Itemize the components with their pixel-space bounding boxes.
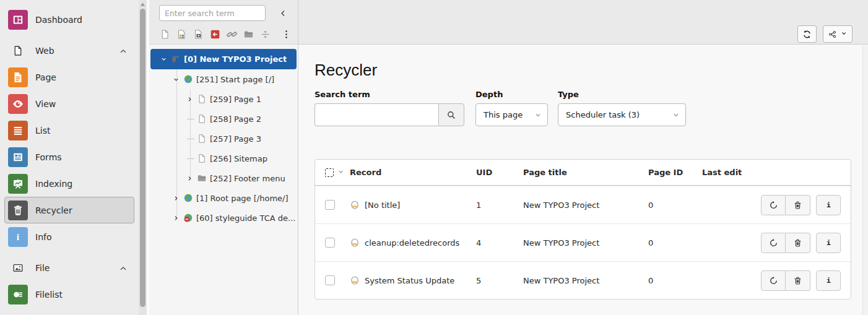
share-button[interactable]	[823, 25, 853, 43]
new-page-button[interactable]	[159, 28, 170, 40]
info-letter-icon: i	[824, 238, 833, 248]
page-doc-icon	[196, 133, 207, 144]
tree-node[interactable]: [60] styleguide TCA de...	[149, 208, 298, 228]
new-page-backend-user-section-icon	[176, 29, 187, 40]
row-checkbox[interactable]	[325, 238, 335, 248]
sidebar-item-web[interactable]: Web	[0, 37, 139, 64]
info-button[interactable]: i	[816, 233, 841, 253]
module-body: Recycler Search term Depth This page	[298, 45, 862, 315]
delete-button[interactable]	[786, 195, 810, 215]
delete-button[interactable]	[786, 270, 810, 291]
delete-icon	[793, 238, 802, 248]
sidebar-item-info[interactable]: iInfo	[0, 223, 139, 250]
restore-button[interactable]	[761, 233, 786, 253]
type-label: Type	[558, 90, 686, 99]
chevron-down-icon[interactable]	[170, 74, 181, 85]
new-page-link-external-button[interactable]	[209, 28, 220, 40]
tree-node[interactable]: [256] Sitemap	[149, 149, 298, 168]
tree-search-input[interactable]	[159, 5, 266, 21]
sidebar-item-view[interactable]: View	[0, 90, 139, 117]
recycler-table: Record UID Page title Page ID Last edit …	[315, 159, 851, 300]
record-page-title: New TYPO3 Project	[523, 276, 648, 285]
search-term-input[interactable]	[315, 103, 438, 126]
sidebar-item-label: Forms	[35, 152, 62, 162]
type-select-value: Scheduler task (3)	[566, 110, 640, 119]
sidebar-item-label: List	[35, 126, 50, 136]
delete-button[interactable]	[786, 233, 810, 253]
page-tree-panel: [0] New TYPO3 Project[251] Start page [/…	[149, 0, 298, 315]
sidebar-scrollbar[interactable]	[139, 0, 147, 315]
tree-more-options-button[interactable]	[280, 28, 292, 40]
record-title: cleanup:deletedrecords	[365, 238, 459, 248]
tree-node[interactable]: [0] New TYPO3 Project	[150, 49, 297, 69]
table-row: cleanup:deletedrecords4New TYPO3 Project…	[315, 223, 851, 261]
restore-button[interactable]	[761, 195, 786, 215]
tree-node[interactable]: [251] Start page [/]	[149, 69, 298, 89]
tree-node-label: [252] Footer menu	[210, 174, 285, 183]
sidebar-item-forms[interactable]: Forms	[0, 144, 139, 170]
sidebar-item-indexing[interactable]: Indexing	[0, 170, 139, 197]
globe-icon	[183, 74, 194, 85]
info-letter-icon: i	[824, 276, 833, 285]
refresh-button[interactable]	[797, 25, 817, 43]
type-select[interactable]: Scheduler task (3)	[558, 103, 686, 126]
record-title: System Status Update	[365, 276, 454, 285]
scheduler-task-icon	[350, 200, 360, 210]
delete-icon	[793, 201, 802, 210]
sidebar-item-dashboard[interactable]: Dashboard	[0, 6, 139, 33]
depth-select[interactable]: This page	[475, 103, 548, 126]
restore-button[interactable]	[761, 270, 786, 291]
record-page-title: New TYPO3 Project	[523, 238, 648, 248]
tree-node[interactable]: [258] Page 2	[149, 109, 298, 129]
new-page-shortcut-button[interactable]	[193, 28, 204, 40]
new-page-divider-button[interactable]	[259, 28, 271, 40]
chevron-right-icon[interactable]	[170, 212, 181, 223]
sidebar-item-filelist[interactable]: Filelist	[0, 281, 139, 308]
chevron-down-icon	[840, 30, 848, 37]
row-checkbox[interactable]	[325, 200, 335, 210]
svg-text:i: i	[17, 231, 20, 242]
chevron-down-icon[interactable]	[337, 168, 345, 178]
doc-header	[298, 0, 868, 45]
info-button[interactable]: i	[816, 195, 841, 215]
sidebar-item-file[interactable]: File	[0, 254, 139, 281]
new-page-backend-user-section-button[interactable]	[176, 28, 187, 40]
tree-line-stub	[184, 153, 195, 164]
page-doc-icon	[196, 93, 207, 105]
tree-node-label: [258] Page 2	[210, 114, 261, 124]
sidebar-item-list[interactable]: List	[0, 117, 139, 144]
record-page-id: 0	[648, 201, 702, 210]
sidebar-item-label: Filelist	[35, 290, 63, 300]
tree-collapse-button[interactable]	[276, 6, 290, 20]
chevron-right-icon[interactable]	[184, 93, 195, 105]
sidebar-item-recycler[interactable]: Recycler	[4, 197, 134, 223]
record-page-id: 0	[648, 276, 702, 285]
search-submit-button[interactable]	[438, 103, 464, 126]
column-header-page-id: Page ID	[648, 168, 702, 177]
chevron-up-icon[interactable]	[119, 264, 128, 272]
new-page-folder-button[interactable]	[243, 28, 254, 40]
column-header-page-title: Page title	[523, 168, 648, 177]
column-header-record: Record	[350, 168, 476, 177]
sidebar-scrollbar-thumb[interactable]	[140, 9, 145, 307]
tree-node[interactable]: [1] Root page [/home/]	[149, 188, 298, 208]
chevron-down-icon[interactable]	[158, 54, 169, 65]
select-all-checkbox[interactable]	[325, 168, 334, 177]
chevron-right-icon[interactable]	[170, 192, 181, 204]
chevron-right-icon[interactable]	[184, 173, 195, 184]
depth-label: Depth	[475, 90, 548, 99]
content-scrollbar-track[interactable]	[862, 45, 868, 315]
tree-node[interactable]: [259] Page 1	[149, 89, 298, 109]
new-page-link-external-icon	[210, 29, 220, 40]
tree-node[interactable]: [252] Footer menu	[149, 168, 298, 188]
row-checkbox[interactable]	[325, 275, 335, 285]
svg-text:i: i	[827, 277, 831, 285]
scheduler-task-icon	[350, 238, 360, 248]
restore-icon	[769, 201, 778, 210]
chevron-up-icon[interactable]	[119, 46, 128, 55]
sidebar-item-page[interactable]: Page	[0, 64, 139, 90]
new-page-mount-point-button[interactable]	[226, 28, 237, 40]
tree-node[interactable]: [257] Page 3	[149, 129, 298, 149]
info-button[interactable]: i	[816, 270, 841, 291]
page-tree-toolbar	[149, 0, 298, 45]
